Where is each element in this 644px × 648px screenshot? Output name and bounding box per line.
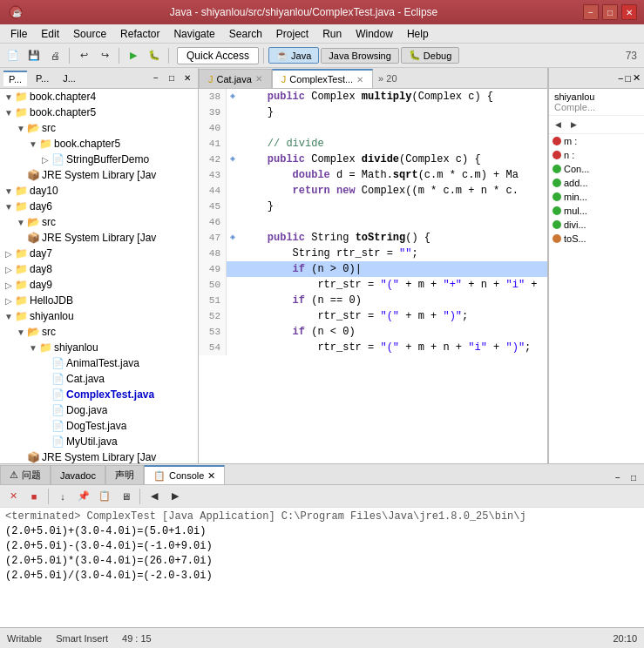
line-content[interactable]: public Complex multiply(Complex c) { [239,89,493,105]
tree-item[interactable]: ▼📁shiyanlou [0,340,198,355]
tree-item[interactable]: ▼📁book.chapter4 [0,89,198,105]
tab-console[interactable]: 📋 Console ✕ [144,465,225,484]
perspective-debug-button[interactable]: 🐛 Debug [401,47,459,64]
tab-complextest-java[interactable]: J ComplexTest... ✕ [272,69,373,88]
menu-item-help[interactable]: Help [400,26,436,42]
tree-item[interactable]: ▷📁day8 [0,261,198,277]
tree-item[interactable]: 📦JRE System Library [Jav [0,230,198,246]
close-button[interactable]: ✕ [621,4,637,20]
cat-tab-close[interactable]: ✕ [255,74,262,84]
tree-item[interactable]: ▼📂src [0,324,198,340]
tree-item[interactable]: ▼📁day10 [0,183,198,199]
panel-tab-package[interactable]: P... [3,71,27,86]
minimize-panel-button[interactable]: − [149,71,163,85]
menu-item-navigate[interactable]: Navigate [166,26,221,42]
outline-item[interactable]: toS... [549,232,644,246]
tree-item[interactable]: ▷📁day7 [0,246,198,261]
outline-max-btn[interactable]: □ [625,73,631,84]
tree-item[interactable]: 📄DogTest.java [0,418,198,434]
outline-item[interactable]: n : [549,148,644,162]
line-content[interactable]: } [239,105,274,120]
console-copy-btn[interactable]: 📋 [95,487,114,506]
outline-item[interactable]: add... [549,176,644,190]
panel-tab-project[interactable]: P... [31,71,54,85]
console-nav-left[interactable]: ◀ [145,487,164,506]
console-tab-close[interactable]: ✕ [207,470,215,482]
outline-nav-right[interactable]: ▶ [566,118,580,132]
menu-item-search[interactable]: Search [222,26,269,42]
line-content[interactable]: rtr_str = "(" + m + n + "i" + ")"; [239,340,531,355]
line-content[interactable]: if (n < 0) [239,324,356,340]
tree-item[interactable]: 📄MyUtil.java [0,434,198,449]
console-clear-btn[interactable]: ✕ [3,487,23,506]
tree-item[interactable]: 📄ComplexTest.java [0,387,198,402]
menu-item-file[interactable]: File [3,26,34,42]
tree-item[interactable]: 📄Dog.java [0,402,198,418]
toolbar-btn-debug[interactable]: 🐛 [145,46,164,65]
outline-min-btn[interactable]: − [618,73,623,84]
toolbar-btn-run[interactable]: ▶ [124,46,143,65]
tree-item[interactable]: ▷📁day9 [0,277,198,293]
outline-item[interactable]: Con... [549,162,644,176]
menu-item-refactor[interactable]: Refactor [113,26,166,42]
line-content[interactable]: // divide [239,136,324,152]
maximize-button[interactable]: □ [602,4,618,20]
menu-item-project[interactable]: Project [269,26,315,42]
tree-item[interactable]: ▼📁shiyanlou [0,308,198,324]
menu-item-window[interactable]: Window [349,26,400,42]
editor-tab-overflow[interactable]: » 20 [373,73,402,84]
line-content[interactable]: rtr_str = "(" + m + "+" + n + "i" + [239,277,538,293]
menu-item-run[interactable]: Run [315,26,349,42]
line-content[interactable]: double d = Math.sqrt(c.m * c.m) + Ma [239,167,519,183]
close-panel-button[interactable]: ✕ [180,71,194,85]
line-content[interactable]: return new Complex((m * c.m + n * c. [239,183,519,199]
line-content[interactable]: public String toString() { [239,230,430,246]
code-view[interactable]: 38◈ public Complex multiply(Complex c) {… [199,89,547,463]
console-scroll-btn[interactable]: ↓ [53,487,72,506]
line-content[interactable]: } [239,199,274,214]
perspective-java-button[interactable]: ☕ Java [268,47,319,64]
line-content[interactable]: String rtr_str = ""; [239,246,418,261]
outline-close-btn[interactable]: ✕ [633,72,641,84]
tree-item[interactable]: ▷📄StringBufferDemo [0,152,198,167]
tree-item[interactable]: 📦JRE System Library [Jav [0,449,198,463]
console-max-btn[interactable]: □ [627,470,641,484]
console-pin-btn[interactable]: 📌 [74,487,93,506]
line-content[interactable] [239,214,242,230]
panel-tab-junit[interactable]: J... [58,71,81,85]
console-newconsole-btn[interactable]: 🖥 [116,487,135,506]
complextest-tab-close[interactable]: ✕ [356,75,363,84]
tree-item[interactable]: ▼📁day6 [0,199,198,214]
tree-view[interactable]: ▼📁book.chapter4▼📁book.chapter5▼📂src▼📁boo… [0,89,198,463]
tree-item[interactable]: 📄Cat.java [0,371,198,387]
outline-item[interactable]: divi... [549,218,644,232]
tree-item[interactable]: 📦JRE System Library [Jav [0,167,198,183]
tree-item[interactable]: ▼📁book.chapter5 [0,136,198,152]
minimize-button[interactable]: − [583,4,599,20]
console-min-btn[interactable]: − [611,470,625,484]
line-content[interactable] [239,120,242,136]
console-stop-btn[interactable]: ■ [24,487,44,506]
console-nav-right[interactable]: ▶ [166,487,185,506]
quick-access-button[interactable]: Quick Access [177,47,259,64]
toolbar-btn-save[interactable]: 💾 [24,46,44,65]
menu-item-edit[interactable]: Edit [34,26,66,42]
tree-item[interactable]: ▼📁book.chapter5 [0,105,198,120]
outline-nav-left[interactable]: ◀ [551,118,565,132]
tab-cat-java[interactable]: J Cat.java ✕ [199,69,272,88]
tree-item[interactable]: 📄AnimalTest.java [0,355,198,371]
menu-item-source[interactable]: Source [66,26,113,42]
toolbar-btn-new[interactable]: 📄 [3,46,23,65]
tab-problems[interactable]: ⚠ 问题 [0,465,51,484]
line-content[interactable]: if (n > 0)| [239,261,362,277]
perspective-java-browsing-button[interactable]: Java Browsing [321,48,399,64]
line-content[interactable]: public Complex divide(Complex c) { [239,152,481,167]
outline-item[interactable]: min... [549,190,644,204]
tab-javadoc[interactable]: Javadoc [51,465,105,484]
outline-item[interactable]: m : [549,134,644,148]
outline-item[interactable]: mul... [549,204,644,218]
line-content[interactable]: rtr_str = "(" + m + ")"; [239,308,468,324]
toolbar-btn-redo[interactable]: ↪ [95,46,114,65]
toolbar-btn-print[interactable]: 🖨 [45,46,64,65]
tree-item[interactable]: ▼📂src [0,120,198,136]
